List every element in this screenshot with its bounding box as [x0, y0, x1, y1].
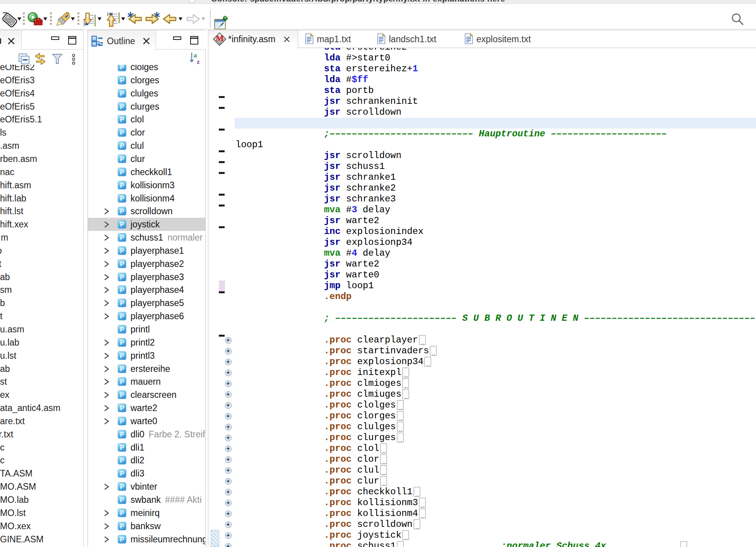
svg-text:z: z: [197, 58, 200, 65]
svg-text:M: M: [216, 33, 224, 43]
